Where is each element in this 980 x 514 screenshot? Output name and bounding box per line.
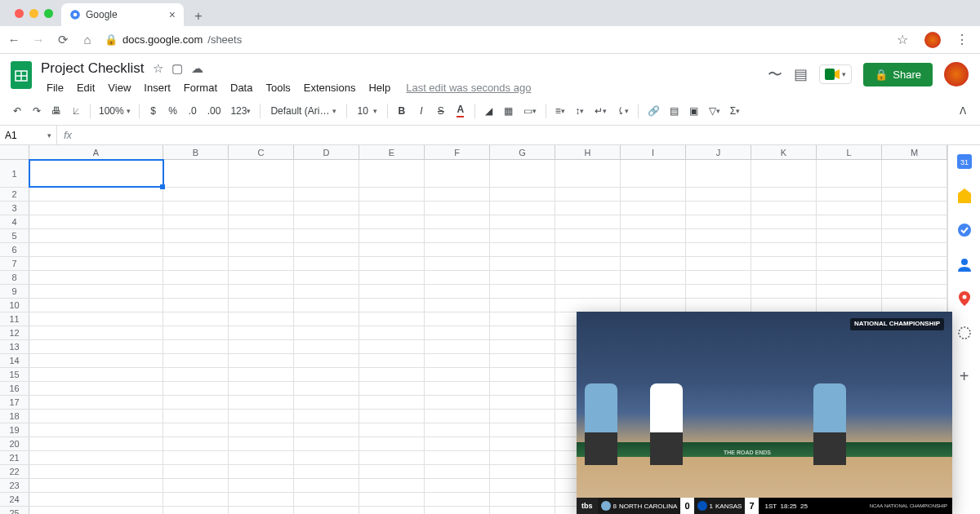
- cell[interactable]: [29, 257, 163, 270]
- cell[interactable]: [425, 493, 490, 506]
- cell[interactable]: [490, 188, 555, 201]
- cell[interactable]: [751, 229, 817, 242]
- cell[interactable]: [29, 202, 163, 215]
- cell[interactable]: [163, 451, 229, 464]
- cell[interactable]: [163, 465, 229, 478]
- cell[interactable]: [163, 215, 229, 228]
- cell[interactable]: [686, 188, 751, 201]
- addon-icon[interactable]: [956, 325, 973, 341]
- row-header[interactable]: 14: [0, 354, 29, 367]
- cell[interactable]: [29, 354, 163, 367]
- pip-video-overlay[interactable]: NATIONAL CHAMPIONSHIP THE ROAD ENDS tbs …: [577, 312, 952, 514]
- cell[interactable]: [490, 479, 555, 492]
- row-header[interactable]: 25: [0, 507, 29, 514]
- cell[interactable]: [490, 423, 555, 436]
- cell[interactable]: [163, 202, 229, 215]
- cell[interactable]: [490, 326, 555, 339]
- cell[interactable]: [751, 202, 817, 215]
- sheets-logo-icon[interactable]: [8, 59, 34, 91]
- cell[interactable]: [882, 215, 947, 228]
- cell[interactable]: [490, 215, 555, 228]
- home-icon[interactable]: ⌂: [80, 33, 95, 47]
- cell[interactable]: [229, 396, 294, 409]
- cell[interactable]: [359, 299, 425, 312]
- row-header[interactable]: 20: [0, 437, 29, 450]
- cell[interactable]: [229, 188, 294, 201]
- cell[interactable]: [425, 271, 490, 284]
- edit-status[interactable]: Last edit was seconds ago: [406, 82, 531, 94]
- paint-format-button[interactable]: ⟀: [67, 102, 85, 120]
- cell[interactable]: [751, 160, 817, 187]
- cell[interactable]: [359, 285, 425, 298]
- cell[interactable]: [425, 451, 490, 464]
- cell[interactable]: [751, 299, 817, 312]
- browser-tab[interactable]: Google ×: [61, 3, 184, 26]
- font-family-select[interactable]: Default (Ari…▾: [265, 104, 341, 118]
- cell[interactable]: [229, 257, 294, 270]
- cell[interactable]: [621, 215, 686, 228]
- cell[interactable]: [294, 160, 359, 187]
- cell[interactable]: [229, 382, 294, 395]
- cell[interactable]: [817, 215, 882, 228]
- cell[interactable]: [359, 410, 425, 423]
- zoom-select[interactable]: 100%▾: [96, 104, 134, 118]
- row-header[interactable]: 23: [0, 479, 29, 492]
- cell[interactable]: [229, 437, 294, 450]
- cell[interactable]: [229, 423, 294, 436]
- cell[interactable]: [359, 160, 425, 187]
- cell[interactable]: [425, 354, 490, 367]
- menu-insert[interactable]: Insert: [138, 80, 176, 95]
- menu-data[interactable]: Data: [225, 80, 258, 95]
- cell[interactable]: [163, 299, 229, 312]
- cell[interactable]: [490, 396, 555, 409]
- cell[interactable]: [29, 326, 163, 339]
- cell[interactable]: [882, 229, 947, 242]
- cell[interactable]: [163, 160, 229, 187]
- comment-button[interactable]: ▤: [666, 102, 684, 120]
- cell[interactable]: [817, 188, 882, 201]
- collapse-toolbar-icon[interactable]: ᐱ: [954, 102, 972, 120]
- profile-avatar-small[interactable]: [924, 32, 941, 48]
- row-header[interactable]: 17: [0, 396, 29, 409]
- cell[interactable]: [229, 493, 294, 506]
- cell[interactable]: [294, 299, 359, 312]
- cell[interactable]: [359, 340, 425, 353]
- cell[interactable]: [490, 354, 555, 367]
- cell[interactable]: [29, 382, 163, 395]
- cell[interactable]: [359, 423, 425, 436]
- name-box[interactable]: A1▾: [0, 126, 57, 144]
- increase-decimal-button[interactable]: .00: [203, 102, 225, 120]
- cell[interactable]: [751, 215, 817, 228]
- cell[interactable]: [163, 257, 229, 270]
- cell[interactable]: [686, 271, 751, 284]
- cell[interactable]: [882, 188, 947, 201]
- cell[interactable]: [229, 202, 294, 215]
- cell[interactable]: [359, 465, 425, 478]
- cell[interactable]: [555, 160, 621, 187]
- row-header[interactable]: 19: [0, 423, 29, 436]
- cell[interactable]: [425, 188, 490, 201]
- cell[interactable]: [294, 507, 359, 514]
- link-button[interactable]: 🔗: [644, 102, 664, 120]
- cell[interactable]: [29, 396, 163, 409]
- cell[interactable]: [425, 340, 490, 353]
- cell[interactable]: [490, 493, 555, 506]
- cell[interactable]: [425, 326, 490, 339]
- cell[interactable]: [882, 160, 947, 187]
- cell[interactable]: [882, 202, 947, 215]
- cell[interactable]: [294, 479, 359, 492]
- back-icon[interactable]: ←: [7, 33, 21, 47]
- cell[interactable]: [490, 382, 555, 395]
- v-align-button[interactable]: ↕▾: [571, 102, 589, 120]
- cell[interactable]: [817, 271, 882, 284]
- cell[interactable]: [294, 410, 359, 423]
- cell[interactable]: [29, 285, 163, 298]
- cell[interactable]: [621, 188, 686, 201]
- cell[interactable]: [163, 507, 229, 514]
- maps-icon[interactable]: [956, 290, 973, 307]
- document-title[interactable]: Project Checklist: [41, 60, 145, 77]
- cell[interactable]: [229, 271, 294, 284]
- row-header[interactable]: 10: [0, 299, 29, 312]
- cell[interactable]: [490, 465, 555, 478]
- col-header[interactable]: M: [882, 145, 947, 159]
